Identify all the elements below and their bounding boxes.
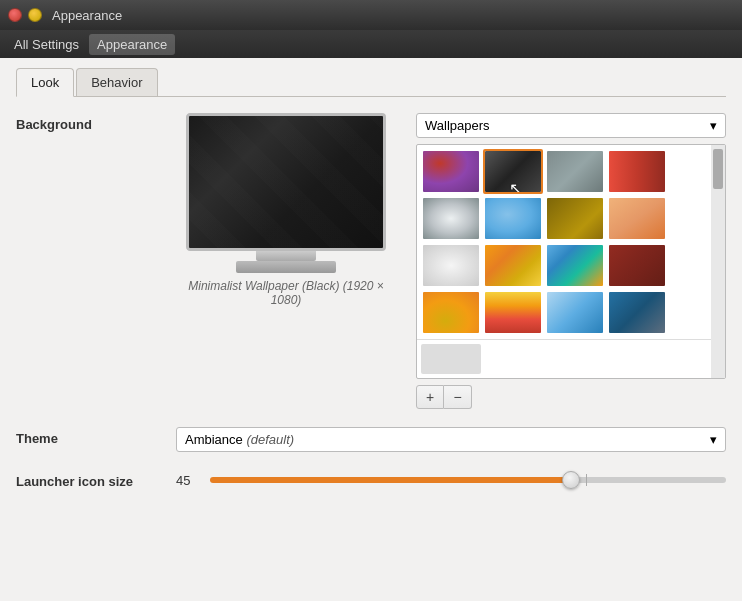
- theme-dropdown[interactable]: Ambiance (default) ▾: [176, 427, 726, 452]
- background-section: Background Minimalist Wallpaper (Black) …: [16, 113, 726, 409]
- monitor-stand: [256, 251, 316, 261]
- theme-dropdown-arrow: ▾: [710, 432, 717, 447]
- wallpaper-thumb-5[interactable]: [421, 196, 481, 241]
- menubar: All Settings Appearance: [0, 30, 742, 58]
- launcher-section: Launcher icon size 45: [16, 470, 726, 490]
- launcher-slider-container: [210, 470, 726, 490]
- theme-content: Ambiance (default) ▾: [176, 427, 726, 452]
- monitor-base: [236, 261, 336, 273]
- wallpaper-thumb-2[interactable]: ↖: [483, 149, 543, 194]
- wallpaper-thumb-6[interactable]: [483, 196, 543, 241]
- wallpaper-thumb-13[interactable]: [421, 290, 481, 335]
- wallpaper-caption: Minimalist Wallpaper (Black) (1920 × 108…: [176, 279, 396, 307]
- monitor-preview: [186, 113, 386, 251]
- wallpaper-thumb-15[interactable]: [545, 290, 605, 335]
- wallpaper-preview-area: Minimalist Wallpaper (Black) (1920 × 108…: [176, 113, 396, 307]
- background-label: Background: [16, 113, 176, 132]
- titlebar: Appearance: [0, 0, 742, 30]
- wallpaper-thumb-9[interactable]: [421, 243, 481, 288]
- wallpaper-grid: ↖: [417, 145, 725, 339]
- wallpaper-action-buttons: + −: [416, 385, 726, 409]
- launcher-size-value: 45: [176, 473, 200, 488]
- slider-end-line: [586, 474, 587, 486]
- theme-value: Ambiance (default): [185, 432, 294, 447]
- launcher-slider-track: [210, 477, 726, 483]
- launcher-content: 45: [176, 470, 726, 490]
- wallpaper-thumb-8[interactable]: [607, 196, 667, 241]
- wallpaper-type-dropdown[interactable]: Wallpapers ▾: [416, 113, 726, 138]
- window-title: Appearance: [52, 8, 122, 23]
- wallpaper-grid-container: ↖: [416, 144, 726, 379]
- minimize-button[interactable]: [28, 8, 42, 22]
- bottom-placeholder-row: [417, 339, 725, 378]
- tab-look[interactable]: Look: [16, 68, 74, 97]
- theme-label: Theme: [16, 427, 176, 446]
- launcher-label: Launcher icon size: [16, 470, 176, 489]
- menubar-item-appearance[interactable]: Appearance: [89, 34, 175, 55]
- tab-behavior[interactable]: Behavior: [76, 68, 157, 96]
- placeholder-thumb: [421, 344, 481, 374]
- wallpaper-thumb-1[interactable]: [421, 149, 481, 194]
- wallpaper-thumb-16[interactable]: [607, 290, 667, 335]
- wallpaper-scrollbar[interactable]: [711, 145, 725, 378]
- wallpaper-thumb-7[interactable]: [545, 196, 605, 241]
- wallpaper-thumb-4[interactable]: [607, 149, 667, 194]
- wallpaper-thumb-3[interactable]: [545, 149, 605, 194]
- wallpaper-dropdown-arrow: ▾: [710, 118, 717, 133]
- remove-wallpaper-button[interactable]: −: [444, 385, 472, 409]
- tab-bar: Look Behavior: [16, 68, 726, 97]
- wallpaper-thumb-14[interactable]: [483, 290, 543, 335]
- background-content: Minimalist Wallpaper (Black) (1920 × 108…: [176, 113, 726, 409]
- wallpaper-thumb-12[interactable]: [607, 243, 667, 288]
- menubar-item-all-settings[interactable]: All Settings: [6, 34, 87, 55]
- main-content: Look Behavior Background Minimalist Wall…: [0, 58, 742, 524]
- theme-section: Theme Ambiance (default) ▾: [16, 427, 726, 452]
- wallpaper-picker: Wallpapers ▾ ↖: [416, 113, 726, 409]
- wallpaper-thumb-10[interactable]: [483, 243, 543, 288]
- wallpaper-type-value: Wallpapers: [425, 118, 490, 133]
- scrollbar-thumb[interactable]: [713, 149, 723, 189]
- launcher-slider-thumb[interactable]: [562, 471, 580, 489]
- wallpaper-thumb-11[interactable]: [545, 243, 605, 288]
- close-button[interactable]: [8, 8, 22, 22]
- add-wallpaper-button[interactable]: +: [416, 385, 444, 409]
